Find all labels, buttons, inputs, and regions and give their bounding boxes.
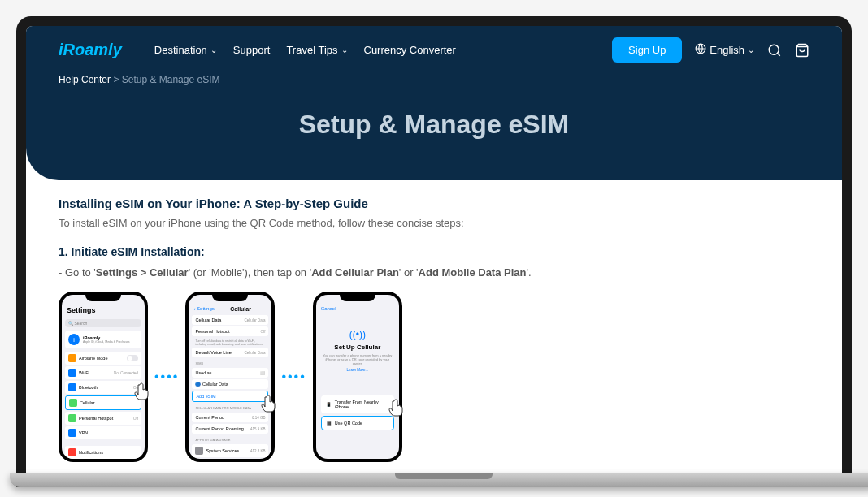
phone-mockup-cellular: ‹ SettingsCellular Cellular DataCellular… xyxy=(185,292,275,462)
step-title: 1. Initiate eSIM Installation: xyxy=(59,245,809,258)
nav-destination[interactable]: Destination ⌄ xyxy=(154,44,217,56)
step-connector-dots: •••• xyxy=(281,370,306,384)
nav-travel-tips[interactable]: Travel Tips ⌄ xyxy=(286,44,347,56)
breadcrumb-help-center[interactable]: Help Center xyxy=(59,74,111,85)
language-selector[interactable]: English ⌄ xyxy=(695,43,754,57)
chevron-down-icon: ⌄ xyxy=(341,45,348,54)
nav-support[interactable]: Support xyxy=(233,44,271,56)
pointer-hand-icon xyxy=(386,398,406,417)
phone-mockup-settings: Settings 🔍 Search i iRoamly Apple ID, iC… xyxy=(59,292,148,462)
signup-button[interactable]: Sign Up xyxy=(612,37,682,63)
nav-currency-converter[interactable]: Currency Converter xyxy=(364,44,456,56)
breadcrumb: Help Center > Setup & Manage eSIM xyxy=(26,74,842,93)
step-connector-dots: •••• xyxy=(154,370,179,384)
phone-mockup-setup: Cancel ((•)) Set Up Cellular You can tra… xyxy=(313,292,402,462)
pointer-hand-icon xyxy=(132,382,151,401)
search-icon[interactable] xyxy=(767,43,782,58)
breadcrumb-current: Setup & Manage eSIM xyxy=(122,74,220,85)
globe-icon xyxy=(695,43,706,57)
chevron-down-icon: ⌄ xyxy=(748,45,754,54)
cart-icon[interactable] xyxy=(795,43,809,58)
page-title: Setup & Manage eSIM xyxy=(26,93,842,156)
step-instruction: - Go to 'Settings > Cellular' (or 'Mobil… xyxy=(59,266,809,279)
antenna-icon: ((•)) xyxy=(323,329,393,340)
section-desc: To install eSIM on your iPhone using the… xyxy=(59,217,809,229)
section-title: Installing eSIM on Your iPhone: A Step-b… xyxy=(59,197,809,210)
pointer-hand-icon xyxy=(258,394,278,413)
chevron-down-icon: ⌄ xyxy=(210,45,217,54)
svg-point-1 xyxy=(769,45,779,54)
brand-logo[interactable]: iRoamly xyxy=(59,41,122,59)
